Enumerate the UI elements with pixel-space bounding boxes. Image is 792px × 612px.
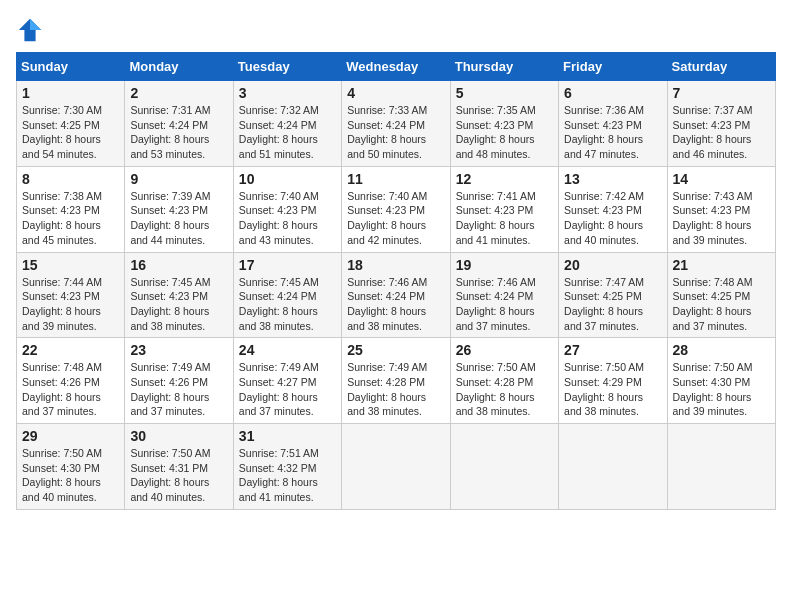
day-detail: Sunrise: 7:51 AMSunset: 4:32 PMDaylight:…: [239, 446, 336, 505]
day-detail: Sunrise: 7:45 AMSunset: 4:24 PMDaylight:…: [239, 275, 336, 334]
day-number: 15: [22, 257, 119, 273]
logo-icon: [16, 16, 44, 44]
page-header: [16, 16, 776, 44]
day-detail: Sunrise: 7:47 AMSunset: 4:25 PMDaylight:…: [564, 275, 661, 334]
calendar-cell: 27 Sunrise: 7:50 AMSunset: 4:29 PMDaylig…: [559, 338, 667, 424]
day-number: 4: [347, 85, 444, 101]
calendar-cell: 28 Sunrise: 7:50 AMSunset: 4:30 PMDaylig…: [667, 338, 775, 424]
calendar-cell: 10 Sunrise: 7:40 AMSunset: 4:23 PMDaylig…: [233, 166, 341, 252]
day-number: 27: [564, 342, 661, 358]
day-number: 22: [22, 342, 119, 358]
calendar-cell: 23 Sunrise: 7:49 AMSunset: 4:26 PMDaylig…: [125, 338, 233, 424]
day-number: 13: [564, 171, 661, 187]
logo: [16, 16, 46, 44]
day-detail: Sunrise: 7:49 AMSunset: 4:27 PMDaylight:…: [239, 360, 336, 419]
day-detail: Sunrise: 7:42 AMSunset: 4:23 PMDaylight:…: [564, 189, 661, 248]
day-detail: Sunrise: 7:46 AMSunset: 4:24 PMDaylight:…: [456, 275, 553, 334]
calendar-cell: 12 Sunrise: 7:41 AMSunset: 4:23 PMDaylig…: [450, 166, 558, 252]
day-number: 7: [673, 85, 770, 101]
day-number: 10: [239, 171, 336, 187]
calendar-cell: 24 Sunrise: 7:49 AMSunset: 4:27 PMDaylig…: [233, 338, 341, 424]
day-number: 2: [130, 85, 227, 101]
calendar-cell: [450, 424, 558, 510]
calendar-cell: 31 Sunrise: 7:51 AMSunset: 4:32 PMDaylig…: [233, 424, 341, 510]
calendar-cell: 22 Sunrise: 7:48 AMSunset: 4:26 PMDaylig…: [17, 338, 125, 424]
day-detail: Sunrise: 7:50 AMSunset: 4:31 PMDaylight:…: [130, 446, 227, 505]
day-number: 1: [22, 85, 119, 101]
day-detail: Sunrise: 7:31 AMSunset: 4:24 PMDaylight:…: [130, 103, 227, 162]
day-number: 25: [347, 342, 444, 358]
calendar-header-row: SundayMondayTuesdayWednesdayThursdayFrid…: [17, 53, 776, 81]
day-number: 20: [564, 257, 661, 273]
day-detail: Sunrise: 7:32 AMSunset: 4:24 PMDaylight:…: [239, 103, 336, 162]
day-detail: Sunrise: 7:30 AMSunset: 4:25 PMDaylight:…: [22, 103, 119, 162]
day-number: 24: [239, 342, 336, 358]
calendar-cell: 19 Sunrise: 7:46 AMSunset: 4:24 PMDaylig…: [450, 252, 558, 338]
calendar-week-row: 8 Sunrise: 7:38 AMSunset: 4:23 PMDayligh…: [17, 166, 776, 252]
day-number: 18: [347, 257, 444, 273]
calendar-cell: [342, 424, 450, 510]
day-detail: Sunrise: 7:43 AMSunset: 4:23 PMDaylight:…: [673, 189, 770, 248]
day-number: 6: [564, 85, 661, 101]
calendar-cell: 16 Sunrise: 7:45 AMSunset: 4:23 PMDaylig…: [125, 252, 233, 338]
day-number: 19: [456, 257, 553, 273]
calendar-cell: 30 Sunrise: 7:50 AMSunset: 4:31 PMDaylig…: [125, 424, 233, 510]
calendar-week-row: 29 Sunrise: 7:50 AMSunset: 4:30 PMDaylig…: [17, 424, 776, 510]
day-detail: Sunrise: 7:50 AMSunset: 4:28 PMDaylight:…: [456, 360, 553, 419]
calendar-cell: 6 Sunrise: 7:36 AMSunset: 4:23 PMDayligh…: [559, 81, 667, 167]
calendar-cell: 1 Sunrise: 7:30 AMSunset: 4:25 PMDayligh…: [17, 81, 125, 167]
day-detail: Sunrise: 7:40 AMSunset: 4:23 PMDaylight:…: [347, 189, 444, 248]
calendar-header-wednesday: Wednesday: [342, 53, 450, 81]
calendar-header-friday: Friday: [559, 53, 667, 81]
calendar-week-row: 22 Sunrise: 7:48 AMSunset: 4:26 PMDaylig…: [17, 338, 776, 424]
day-detail: Sunrise: 7:49 AMSunset: 4:26 PMDaylight:…: [130, 360, 227, 419]
calendar-cell: 29 Sunrise: 7:50 AMSunset: 4:30 PMDaylig…: [17, 424, 125, 510]
calendar-cell: 4 Sunrise: 7:33 AMSunset: 4:24 PMDayligh…: [342, 81, 450, 167]
day-detail: Sunrise: 7:46 AMSunset: 4:24 PMDaylight:…: [347, 275, 444, 334]
day-detail: Sunrise: 7:49 AMSunset: 4:28 PMDaylight:…: [347, 360, 444, 419]
calendar-cell: [559, 424, 667, 510]
day-number: 17: [239, 257, 336, 273]
calendar-cell: 8 Sunrise: 7:38 AMSunset: 4:23 PMDayligh…: [17, 166, 125, 252]
day-detail: Sunrise: 7:39 AMSunset: 4:23 PMDaylight:…: [130, 189, 227, 248]
day-detail: Sunrise: 7:48 AMSunset: 4:26 PMDaylight:…: [22, 360, 119, 419]
day-number: 29: [22, 428, 119, 444]
day-detail: Sunrise: 7:50 AMSunset: 4:30 PMDaylight:…: [673, 360, 770, 419]
calendar-cell: 13 Sunrise: 7:42 AMSunset: 4:23 PMDaylig…: [559, 166, 667, 252]
calendar-cell: 9 Sunrise: 7:39 AMSunset: 4:23 PMDayligh…: [125, 166, 233, 252]
day-number: 23: [130, 342, 227, 358]
calendar-week-row: 15 Sunrise: 7:44 AMSunset: 4:23 PMDaylig…: [17, 252, 776, 338]
calendar-cell: 25 Sunrise: 7:49 AMSunset: 4:28 PMDaylig…: [342, 338, 450, 424]
calendar-cell: 2 Sunrise: 7:31 AMSunset: 4:24 PMDayligh…: [125, 81, 233, 167]
day-number: 9: [130, 171, 227, 187]
calendar-cell: 7 Sunrise: 7:37 AMSunset: 4:23 PMDayligh…: [667, 81, 775, 167]
day-detail: Sunrise: 7:36 AMSunset: 4:23 PMDaylight:…: [564, 103, 661, 162]
calendar-header-thursday: Thursday: [450, 53, 558, 81]
calendar-header-monday: Monday: [125, 53, 233, 81]
day-number: 11: [347, 171, 444, 187]
day-detail: Sunrise: 7:33 AMSunset: 4:24 PMDaylight:…: [347, 103, 444, 162]
day-number: 16: [130, 257, 227, 273]
day-detail: Sunrise: 7:50 AMSunset: 4:29 PMDaylight:…: [564, 360, 661, 419]
day-number: 14: [673, 171, 770, 187]
day-detail: Sunrise: 7:50 AMSunset: 4:30 PMDaylight:…: [22, 446, 119, 505]
calendar-cell: 15 Sunrise: 7:44 AMSunset: 4:23 PMDaylig…: [17, 252, 125, 338]
calendar-cell: 5 Sunrise: 7:35 AMSunset: 4:23 PMDayligh…: [450, 81, 558, 167]
day-number: 3: [239, 85, 336, 101]
day-detail: Sunrise: 7:37 AMSunset: 4:23 PMDaylight:…: [673, 103, 770, 162]
day-detail: Sunrise: 7:48 AMSunset: 4:25 PMDaylight:…: [673, 275, 770, 334]
day-number: 21: [673, 257, 770, 273]
calendar-cell: 26 Sunrise: 7:50 AMSunset: 4:28 PMDaylig…: [450, 338, 558, 424]
day-number: 8: [22, 171, 119, 187]
day-number: 5: [456, 85, 553, 101]
calendar-cell: 20 Sunrise: 7:47 AMSunset: 4:25 PMDaylig…: [559, 252, 667, 338]
calendar-cell: 18 Sunrise: 7:46 AMSunset: 4:24 PMDaylig…: [342, 252, 450, 338]
calendar-header-saturday: Saturday: [667, 53, 775, 81]
calendar-cell: 21 Sunrise: 7:48 AMSunset: 4:25 PMDaylig…: [667, 252, 775, 338]
day-number: 26: [456, 342, 553, 358]
calendar-table: SundayMondayTuesdayWednesdayThursdayFrid…: [16, 52, 776, 510]
calendar-cell: [667, 424, 775, 510]
day-detail: Sunrise: 7:44 AMSunset: 4:23 PMDaylight:…: [22, 275, 119, 334]
calendar-header-tuesday: Tuesday: [233, 53, 341, 81]
svg-marker-1: [30, 19, 41, 30]
